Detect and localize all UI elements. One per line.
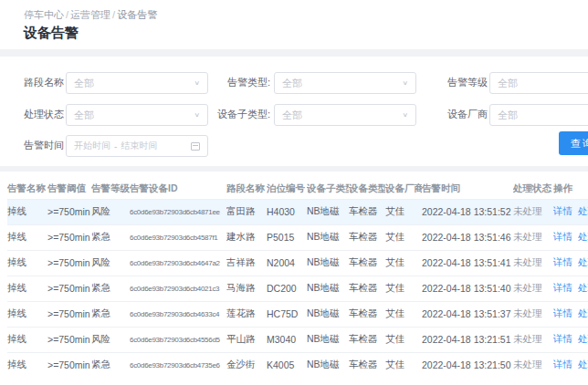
- cell-time: 2022-04-18 13:51:41: [422, 250, 513, 276]
- table-row[interactable]: 掉线>=750min风险6c0d6e93b72903d6cb4556d5平山路M…: [7, 327, 588, 352]
- table-row[interactable]: 掉线>=750min风险6c0d6e93b72903d6cb4871ee富田路H…: [7, 199, 588, 224]
- detail-link[interactable]: 详情: [553, 205, 572, 216]
- detail-link[interactable]: 详情: [553, 231, 572, 242]
- cell-name: 掉线: [7, 276, 47, 301]
- cell-level: 风险: [91, 327, 130, 352]
- alarm-time-range-picker[interactable]: 开始时间 - 结束时间: [66, 135, 208, 157]
- filter-label-device-vendor: 设备厂商: [447, 104, 488, 124]
- chevron-down-icon: ∨: [194, 80, 200, 87]
- cell-status: 未处理: [513, 301, 553, 327]
- alarm-type-select[interactable]: 全部 ∨: [274, 72, 416, 94]
- chevron-down-icon: ∨: [402, 112, 408, 119]
- cell-type: 车检器: [349, 199, 385, 224]
- cell-street: 金沙街: [226, 352, 267, 378]
- header-cell: 泊位编号: [267, 179, 307, 199]
- cell-berth: M3040: [267, 327, 307, 352]
- filter-label-device-subtype: 设备子类型:: [206, 104, 270, 124]
- cell-device_id: 6c0d6e93b72903d6cb4587f1: [130, 224, 226, 250]
- cell-vendor: 艾佳: [385, 224, 422, 250]
- handle-link[interactable]: 处理: [578, 256, 588, 267]
- cell-street: 建水路: [226, 224, 267, 250]
- cell-subtype: NB地磁: [307, 199, 349, 224]
- cell-time: 2022-04-18 13:21:50: [422, 352, 513, 378]
- detail-link[interactable]: 详情: [553, 359, 572, 369]
- table-row[interactable]: 掉线>=750min紧急6c0d6e93b72903d6cb4021c3马海路D…: [7, 276, 588, 301]
- cell-berth: DC200: [267, 276, 307, 301]
- cell-level: 紧急: [91, 276, 130, 301]
- detail-link[interactable]: 详情: [553, 307, 572, 318]
- cell-street: 马海路: [226, 276, 267, 301]
- breadcrumb-separator: /: [112, 9, 115, 20]
- cell-threshold: >=750min: [47, 327, 91, 352]
- handle-link[interactable]: 处理: [578, 307, 588, 318]
- end-time-placeholder: 结束时间: [121, 140, 157, 152]
- table-row[interactable]: 掉线>=750min紧急6c0d6e93b72903d6cb4587f1建水路P…: [7, 224, 588, 250]
- table-row[interactable]: 掉线>=750min风险6c0d6e93b72903d6cb4647a2吉祥路N…: [7, 250, 588, 276]
- breadcrumb-item[interactable]: 停车中心: [24, 9, 64, 20]
- header-cell: 告警时间: [422, 179, 513, 199]
- header-cell: 设备子类型: [307, 179, 349, 199]
- alarm-level-select[interactable]: 全部 ∨: [489, 72, 588, 94]
- search-button[interactable]: 查询: [559, 131, 588, 155]
- breadcrumb-item[interactable]: 运营管理: [70, 9, 110, 20]
- handle-link[interactable]: 处理: [578, 205, 588, 216]
- range-separator: -: [114, 141, 117, 151]
- cell-subtype: NB地磁: [307, 250, 349, 276]
- header-cell: 处理状态: [513, 179, 553, 199]
- cell-status: 未处理: [513, 276, 553, 301]
- cell-threshold: >=750min: [47, 276, 91, 301]
- chevron-down-icon: ∨: [194, 112, 200, 119]
- start-time-placeholder: 开始时间: [74, 140, 110, 152]
- cell-device_id: 6c0d6e93b72903d6cb4556d5: [130, 327, 226, 352]
- header-cell: 告警阈值: [47, 179, 91, 199]
- table-body: 掉线>=750min风险6c0d6e93b72903d6cb4871ee富田路H…: [7, 199, 588, 378]
- table-row[interactable]: 掉线>=750min紧急6c0d6e93b72903d6cb4633c4莲花路H…: [7, 301, 588, 327]
- cell-vendor: 艾佳: [385, 352, 422, 378]
- handle-status-select-value: 全部: [74, 109, 194, 122]
- cell-type: 车检器: [349, 301, 385, 327]
- table-row[interactable]: 掉线>=750min紧急6c0d6e93b72903d6cb4735e6金沙街K…: [7, 352, 588, 378]
- detail-link[interactable]: 详情: [553, 333, 572, 344]
- cell-threshold: >=750min: [47, 301, 91, 327]
- road-name-select[interactable]: 全部 ∨: [66, 72, 208, 94]
- cell-subtype: NB地磁: [307, 327, 349, 352]
- chevron-down-icon: ∨: [402, 80, 408, 87]
- filter-label-handle-status: 处理状态: [24, 104, 64, 124]
- cell-berth: N2004: [267, 250, 307, 276]
- cell-street: 莲花路: [226, 301, 267, 327]
- cell-level: 紧急: [91, 301, 130, 327]
- breadcrumb-item: 设备告警: [117, 9, 157, 20]
- detail-link[interactable]: 详情: [553, 256, 572, 267]
- device-subtype-select[interactable]: 全部 ∨: [274, 104, 416, 126]
- cell-subtype: NB地磁: [307, 352, 349, 378]
- filter-label-road: 路段名称: [24, 72, 64, 92]
- cell-time: 2022-04-18 13:21:51: [422, 327, 513, 352]
- cell-berth: P5015: [267, 224, 307, 250]
- cell-berth: H4030: [267, 199, 307, 224]
- header-cell: 告警名称: [7, 179, 47, 199]
- cell-type: 车检器: [349, 327, 385, 352]
- handle-link[interactable]: 处理: [578, 282, 588, 293]
- cell-name: 掉线: [7, 301, 47, 327]
- cell-vendor: 艾佳: [385, 250, 422, 276]
- cell-threshold: >=750min: [47, 199, 91, 224]
- cell-actions: 详情处理: [553, 199, 588, 224]
- handle-link[interactable]: 处理: [578, 333, 588, 344]
- cell-street: 富田路: [226, 199, 267, 224]
- cell-name: 掉线: [7, 224, 47, 250]
- cell-berth: HC75D: [267, 301, 307, 327]
- cell-device_id: 6c0d6e93b72903d6cb4647a2: [130, 250, 226, 276]
- handle-status-select[interactable]: 全部 ∨: [66, 104, 208, 126]
- cell-vendor: 艾佳: [385, 199, 422, 224]
- cell-level: 风险: [91, 199, 130, 224]
- header-cell: 告警等级: [91, 179, 130, 199]
- filter-panel: 路段名称 全部 ∨ 告警类型: 全部 ∨ 告警等级 全部 ∨ 处理状态 全部 ∨…: [0, 57, 588, 166]
- detail-link[interactable]: 详情: [553, 282, 572, 293]
- handle-link[interactable]: 处理: [578, 359, 588, 369]
- cell-status: 未处理: [513, 352, 553, 378]
- device-vendor-select[interactable]: 全部 ∨: [489, 104, 588, 126]
- cell-time: 2022-04-18 13:51:46: [422, 224, 513, 250]
- handle-link[interactable]: 处理: [578, 231, 588, 242]
- device-subtype-select-value: 全部: [282, 109, 402, 122]
- cell-status: 未处理: [513, 224, 553, 250]
